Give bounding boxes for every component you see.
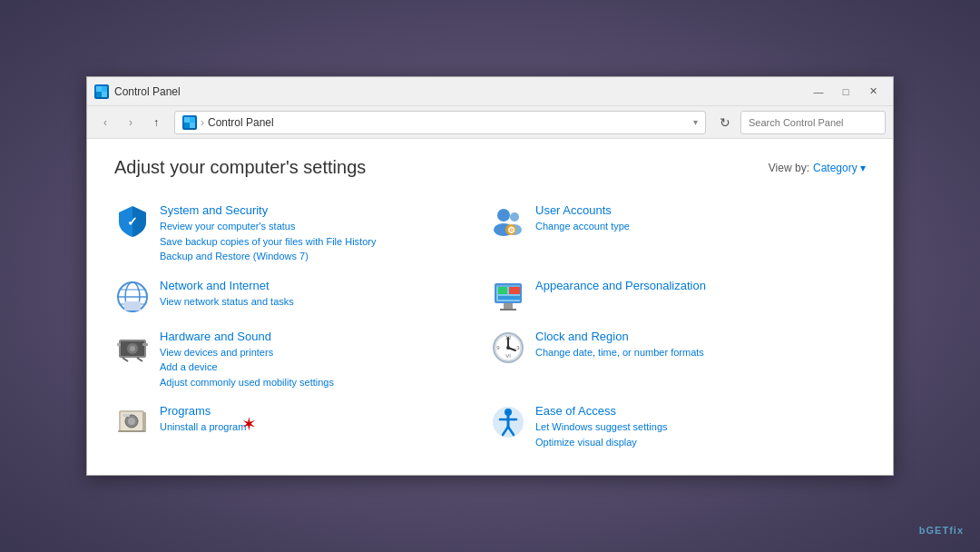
network-link-1[interactable]: View network status and tasks [160,294,490,310]
address-bar[interactable]: › Control Panel ▾ [174,111,706,134]
system-security-text: System and Security Review your computer… [160,203,490,264]
hardware-title[interactable]: Hardware and Sound [160,330,490,343]
category-programs: Programs Uninstall a program ✶ [114,397,490,457]
network-icon [114,279,151,315]
appearance-title[interactable]: Appearance and Personalization [535,279,866,292]
hardware-link-3[interactable]: Adjust commonly used mobility settings [160,375,490,390]
hardware-link-2[interactable]: Add a device [160,360,490,375]
user-accounts-text: User Accounts Change account type [535,203,866,234]
star-annotation: ✶ [241,413,257,435]
svg-text:12: 12 [505,335,512,340]
user-accounts-title[interactable]: User Accounts [535,203,866,217]
programs-icon [114,404,151,440]
category-ease-access: Ease of Access Let Windows suggest setti… [490,397,866,457]
svg-rect-23 [498,287,507,294]
forward-button[interactable]: › [120,112,142,133]
svg-line-36 [137,358,142,361]
programs-title[interactable]: Programs [160,404,490,418]
programs-link-1[interactable]: Uninstall a program [160,419,490,435]
svg-rect-33 [142,343,148,346]
nav-bar: ‹ › ↑ › Control Panel ▾ ↻ [87,106,893,139]
page-title: Adjust your computer's settings [114,157,366,178]
svg-text:⚙: ⚙ [507,225,515,235]
category-appearance: Appearance and Personalization [490,271,866,322]
back-button[interactable]: ‹ [94,112,116,133]
svg-rect-51 [142,412,146,432]
svg-rect-34 [117,343,121,346]
hardware-icon [114,330,151,366]
svg-rect-1 [102,86,107,92]
system-security-link-3[interactable]: Backup and Restore (Windows 7) [160,249,490,264]
category-network: Network and Internet View network status… [114,271,490,322]
close-button[interactable]: ✕ [860,83,886,101]
svg-rect-2 [96,92,102,97]
appearance-text: Appearance and Personalization [535,279,866,294]
hardware-text: Hardware and Sound View devices and prin… [160,330,490,390]
svg-text:✓: ✓ [127,214,138,229]
svg-rect-26 [504,303,513,309]
address-dropdown-icon[interactable]: ▾ [693,117,698,127]
svg-point-49 [128,418,135,425]
clock-link-1[interactable]: Change date, time, or number formats [535,345,866,360]
hardware-link-1[interactable]: View devices and printers [160,345,490,360]
page-header: Adjust your computer's settings View by:… [114,157,866,178]
minimize-button[interactable]: — [806,83,831,101]
title-bar: Control Panel — □ ✕ [87,77,893,106]
system-security-link-2[interactable]: Save backup copies of your files with Fi… [160,234,490,250]
address-separator: › [201,116,204,129]
clock-text: Clock and Region Change date, time, or n… [535,330,866,360]
svg-rect-52 [118,430,145,432]
ease-access-link-2[interactable]: Optimize visual display [535,435,866,450]
ease-access-link-1[interactable]: Let Windows suggest settings [535,419,866,435]
content-area: Adjust your computer's settings View by:… [87,139,893,475]
search-input[interactable] [749,117,877,128]
svg-rect-24 [509,287,520,294]
svg-text:VI: VI [505,353,511,359]
ease-access-icon [490,404,526,440]
svg-point-9 [497,209,510,222]
watermark: bGETfix [919,525,964,536]
viewby-label: View by: [769,162,809,174]
svg-rect-5 [190,117,195,123]
ease-access-title[interactable]: Ease of Access [535,404,866,418]
categories-grid: ✓ System and Security Review your comput… [114,196,866,457]
address-path: Control Panel [208,116,690,129]
svg-rect-20 [124,301,141,310]
maximize-button[interactable]: □ [833,83,858,101]
svg-rect-27 [500,309,516,310]
system-security-link-1[interactable]: Review your computer's status [160,219,490,234]
network-text: Network and Internet View network status… [160,279,490,310]
svg-rect-28 [496,285,520,287]
ease-access-text: Ease of Access Let Windows suggest setti… [535,404,866,449]
svg-point-11 [510,212,519,222]
window-controls: — □ ✕ [806,83,886,101]
refresh-button[interactable]: ↻ [713,111,737,134]
network-title[interactable]: Network and Internet [160,279,490,292]
control-panel-window: Control Panel — □ ✕ ‹ › ↑ › Control Pane… [86,76,894,476]
category-system-security: ✓ System and Security Review your comput… [114,196,490,271]
svg-rect-6 [184,123,190,128]
user-accounts-icon: ⚙ [490,203,526,240]
system-security-title[interactable]: System and Security [160,203,490,217]
svg-line-35 [122,358,128,361]
window-title: Control Panel [114,85,806,98]
user-accounts-link-1[interactable]: Change account type [535,219,866,234]
up-button[interactable]: ↑ [145,112,167,133]
svg-rect-7 [190,123,195,128]
view-by: View by: Category ▾ [769,162,866,174]
address-icon [182,115,197,130]
clock-icon: VI 12 9 3 [490,330,526,366]
viewby-dropdown[interactable]: Category ▾ [813,162,866,174]
category-clock: VI 12 9 3 Clock and Region Change date, … [490,322,866,398]
svg-rect-25 [498,296,520,300]
category-hardware: Hardware and Sound View devices and prin… [114,322,490,398]
category-user-accounts: ⚙ User Accounts Change account type [490,196,866,271]
search-box[interactable] [740,111,886,134]
svg-point-32 [130,346,135,351]
programs-text: Programs Uninstall a program [160,404,490,435]
svg-rect-4 [184,117,190,123]
clock-title[interactable]: Clock and Region [535,330,866,343]
svg-rect-0 [96,86,102,92]
appearance-icon [490,279,526,315]
svg-rect-50 [122,414,130,417]
